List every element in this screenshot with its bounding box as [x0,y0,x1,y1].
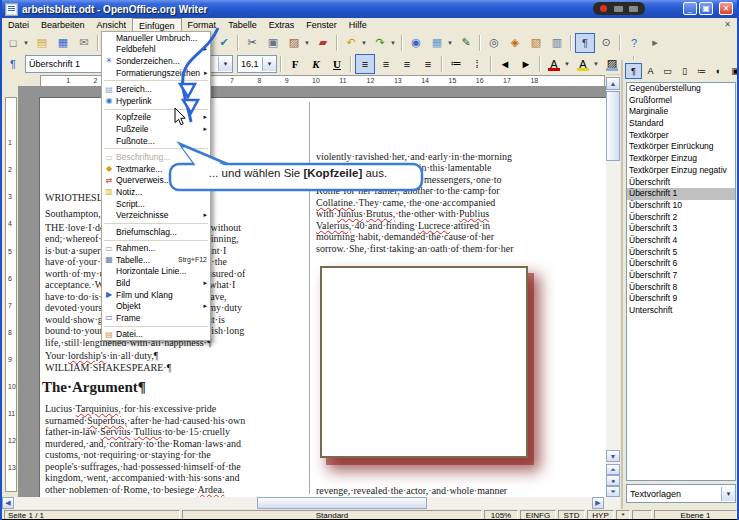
scroll-down-button[interactable]: ▼ [606,450,620,462]
page-styles-button[interactable]: ▯ [676,63,693,79]
data-sources-button[interactable]: ▥ [547,33,567,53]
menu-item-hyperlink[interactable]: ◉Hyperlink [102,95,210,107]
toolbar-overflow-button[interactable]: ▸ [645,33,665,53]
menubar-item-datei[interactable]: Datei [2,18,35,32]
horizontal-scrollbar[interactable]: ◀ ▶ [2,497,620,509]
font-size-combo[interactable]: 16,1 ▼ [237,55,277,73]
previous-page-button[interactable]: ⏶ [606,464,620,475]
menu-item-datei[interactable]: ▤Datei... [102,329,210,341]
next-page-button[interactable]: ⏷ [606,486,620,497]
style-list-item[interactable]: Überschrift [627,177,735,189]
copy-button[interactable]: ▣ [263,33,283,53]
frame-styles-button[interactable]: ▭ [659,63,676,79]
chevron-down-icon[interactable]: ▼ [721,487,735,501]
menubar-item-format[interactable]: Format [182,18,223,32]
menubar-item-fenster[interactable]: Fenster [300,18,343,32]
undo-button[interactable]: ↶▼ [341,33,361,53]
bold-button[interactable]: F [285,54,305,74]
menu-item-film-und-klang[interactable]: ▶Film und Klang [102,289,210,301]
italic-button[interactable]: K [306,54,326,74]
menu-item-feldbefehl[interactable]: Feldbefehl▸ [102,44,210,56]
nonprinting-characters-button[interactable]: ¶ [575,33,595,53]
email-button[interactable]: ✉ [74,33,94,53]
close-button[interactable]: ✕ [719,2,733,15]
menu-item-frame[interactable]: ▭Frame [102,312,210,324]
horizontal-ruler[interactable]: 123456789101112131415161718 [2,74,606,86]
scroll-left-button[interactable]: ◀ [2,497,14,509]
gallery-button[interactable]: ▧ [526,33,546,53]
chevron-down-icon[interactable]: ▼ [304,40,310,46]
style-list-item[interactable]: Textkörper [627,130,735,142]
paragraph-styles-button[interactable]: ¶ [625,63,642,79]
chevron-down-icon[interactable]: ▼ [390,40,396,46]
style-list-item[interactable]: Textkörper Einzug negativ [627,165,735,177]
table-button[interactable]: ▦▼ [427,33,447,53]
underline-button[interactable]: U [327,54,347,74]
menubar-item-tabelle[interactable]: Tabelle [222,18,263,32]
shakespeare-portrait[interactable] [320,266,528,458]
hyperlink-button[interactable]: ◉ [406,33,426,53]
chevron-down-icon[interactable]: ▼ [23,40,29,46]
save-button[interactable]: ▦ [53,33,73,53]
menu-item-horizontale-linie[interactable]: Horizontale Linie... [102,266,210,278]
vertical-scrollbar[interactable]: ▲ ▼ ⏶ ● ⏷ [606,77,620,497]
highlighting-button[interactable]: A▼ [573,54,593,74]
background-color-button[interactable]: ▨▼ [602,54,622,74]
zoom-button[interactable]: ⊙ [596,33,616,53]
paste-button[interactable]: ▨▼ [284,33,304,53]
restore-button[interactable]: ▣ [699,2,713,15]
style-list-item[interactable]: Überschrift 8 [627,282,735,294]
chevron-down-icon[interactable]: ▼ [262,57,276,71]
chevron-down-icon[interactable]: ▼ [361,40,367,46]
new-document-button[interactable]: □▼ [3,33,23,53]
scroll-right-button[interactable]: ▶ [592,497,604,509]
cut-button[interactable]: ✂ [242,33,262,53]
style-list-item[interactable]: Gegenüberstellung [627,83,735,95]
align-left-button[interactable]: ≡ [355,54,375,74]
navigator-button[interactable]: ◈ [505,33,525,53]
menu-item-sonderzeichen[interactable]: ✳Sonderzeichen... [102,55,210,67]
style-list-item[interactable]: Grußformel [627,95,735,107]
style-list-item[interactable]: Unterschrift [627,305,735,317]
fill-format-mode-button[interactable]: ◐ [710,63,727,79]
redo-button[interactable]: ↷▼ [370,33,390,53]
style-list-item[interactable]: Textkörper Einrückung [627,141,735,153]
menu-item-verzeichnisse[interactable]: Verzeichnisse▸ [102,209,210,221]
menu-item-kopfzeile[interactable]: Kopfzeile▸ [102,112,210,124]
menu-item-objekt[interactable]: Objekt▸ [102,300,210,312]
align-center-button[interactable]: ≡ [376,54,396,74]
scroll-up-button[interactable]: ▲ [606,77,620,90]
style-list-item[interactable]: Überschrift 9 [627,293,735,305]
horizontal-scroll-thumb[interactable] [257,497,427,509]
character-styles-button[interactable]: A [642,63,659,79]
vertical-ruler[interactable]: 12345678910111213 [4,86,16,497]
chevron-down-icon[interactable]: ▼ [218,57,232,71]
style-list-item[interactable]: Marginalie [627,106,735,118]
open-button[interactable]: ▤ [32,33,52,53]
vertical-scroll-thumb[interactable] [606,91,620,161]
style-list-item[interactable]: Überschrift 6 [627,258,735,270]
autospellcheck-button[interactable]: ✔ [214,33,234,53]
menu-item-manueller-umbruch[interactable]: Manueller Umbruch... [102,32,210,44]
styles-window-button[interactable]: ¶ [3,54,23,74]
style-list-item[interactable]: Überschrift 5 [627,247,735,259]
numbered-list-button[interactable]: ≔ [446,54,466,74]
menu-item-bild[interactable]: Bild▸ [102,277,210,289]
new-style-from-selection-button[interactable]: ▣ [727,63,739,79]
chevron-down-icon[interactable]: ▼ [593,61,599,67]
style-list-item[interactable]: Überschrift 4 [627,235,735,247]
menu-item-formatierungszeichen[interactable]: Formatierungszeichen▸ [102,67,210,79]
bullet-list-button[interactable]: ⁞ [467,54,487,74]
style-list-item[interactable]: Überschrift 2 [627,212,735,224]
styles-category-combo[interactable]: Textvorlagen ▼ [626,484,736,503]
close-document-icon[interactable]: ✕ [718,18,737,32]
menubar-item-ansicht[interactable]: Ansicht [91,18,133,32]
draw-functions-button[interactable]: ✎ [456,33,476,53]
menu-item-tabelle[interactable]: ▦Tabelle...Strg+F12 [102,254,210,266]
menu-item-briefumschlag[interactable]: Briefumschlag... [102,226,210,238]
chevron-down-icon[interactable]: ▼ [564,61,570,67]
list-styles-button[interactable]: ≔ [693,63,710,79]
increase-indent-button[interactable]: ► [516,54,536,74]
format-paintbrush-button[interactable]: ▰ [313,33,333,53]
menu-item-rahmen[interactable]: ▭Rahmen... [102,243,210,255]
